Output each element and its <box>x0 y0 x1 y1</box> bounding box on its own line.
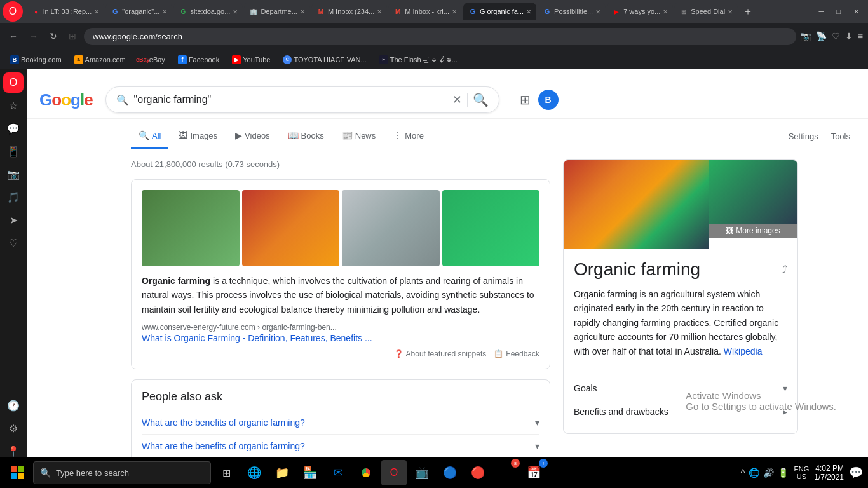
svg-rect-2 <box>11 473 17 479</box>
topic-benefits[interactable]: Benefits and drawbacks ▸ <box>574 400 787 423</box>
feedback-button[interactable]: 📋 Feedback <box>494 349 539 358</box>
favorites-icon[interactable]: ♡ <box>832 31 840 41</box>
bookmark-booking[interactable]: B Booking.com <box>5 54 67 65</box>
taskbar-search[interactable]: 🔍 Type here to search <box>33 461 211 484</box>
taskbar-app-10[interactable]: 🔴 <box>465 460 491 485</box>
tray-caret-icon[interactable]: ^ <box>741 468 745 478</box>
taskbar-zoom[interactable]: 🔵 <box>437 460 463 485</box>
search-nav: 🔍 All 🖼 Images ▶ Videos 📖 Books 📰 News ⋮ <box>27 119 868 149</box>
snippet-source-link[interactable]: What is Organic Farming - Definition, Fe… <box>142 333 372 343</box>
clear-search-icon[interactable]: ✕ <box>452 93 462 107</box>
tab-bar: O ● in LT: 03 :Rep... ✕ G "oraganic"... … <box>0 0 868 23</box>
language-indicator[interactable]: ENG US <box>794 465 809 480</box>
share-icon[interactable]: ⤴ <box>782 264 787 275</box>
new-tab-button[interactable]: ＋ <box>739 4 757 20</box>
tab-10[interactable]: ⊞ Speed Dial ✕ <box>674 3 738 20</box>
bookmark-toyota[interactable]: C TOYOTA HIACE VAN... <box>278 54 371 65</box>
sidebar-settings-icon[interactable]: ⚙ <box>3 418 24 438</box>
clock[interactable]: 4:02 PM 1/7/2021 <box>814 464 844 482</box>
tab-5[interactable]: M M Inbox (234... ✕ <box>311 3 387 20</box>
back-button[interactable]: ← <box>5 29 22 44</box>
snippet-image-3[interactable] <box>342 190 440 266</box>
menu-icon[interactable]: ≡ <box>858 31 863 41</box>
bookmark-amazon[interactable]: a Amazon.com <box>69 54 131 65</box>
taskbar-search-icon: 🔍 <box>40 468 51 478</box>
paa-item-2[interactable]: What are the benefits of organic farming… <box>142 435 539 458</box>
nav-more[interactable]: ⋮ More <box>386 124 431 149</box>
browser-window: O ● in LT: 03 :Rep... ✕ G "oraganic"... … <box>0 0 868 69</box>
search-submit-icon[interactable]: 🔍 <box>473 92 489 107</box>
tab-7-active[interactable]: G G organic fa... ✕ <box>463 3 536 20</box>
sidebar-whatsapp-icon[interactable]: 📱 <box>3 141 24 161</box>
sidebar-clock-icon[interactable]: 🕐 <box>3 395 24 416</box>
bookmark-facebook[interactable]: f Facebook <box>173 54 224 65</box>
search-input[interactable] <box>134 94 447 105</box>
sidebar-heart-icon[interactable]: ♡ <box>3 233 24 253</box>
settings-link[interactable]: Settings <box>783 125 824 147</box>
close-button[interactable]: ✕ <box>847 5 865 18</box>
sidebar-home-icon[interactable]: O <box>3 72 24 93</box>
volume-icon[interactable]: 🔊 <box>763 468 774 478</box>
snippet-image-2[interactable] <box>242 190 340 266</box>
google-apps-icon[interactable]: ⊞ <box>520 92 531 107</box>
about-snippets-button[interactable]: ❓ About featured snippets <box>394 349 487 358</box>
taskbar-task-view[interactable]: ⊞ <box>214 460 239 485</box>
bookmark-ebay[interactable]: eBay eBay <box>133 54 170 65</box>
tab-8[interactable]: G Possibilitie... ✕ <box>538 3 606 20</box>
tab-9[interactable]: ▶ 7 ways yo... ✕ <box>607 3 673 20</box>
sidebar-instagram-icon[interactable]: 📷 <box>3 164 24 184</box>
address-input[interactable] <box>84 28 796 45</box>
minimize-button[interactable]: ─ <box>813 5 831 18</box>
tools-link[interactable]: Tools <box>826 125 855 147</box>
snippet-image-1[interactable] <box>142 190 240 266</box>
nav-all[interactable]: 🔍 All <box>131 124 168 149</box>
download-icon[interactable]: ⬇ <box>845 31 853 41</box>
svg-rect-1 <box>18 466 24 472</box>
sidebar-star-icon[interactable]: ☆ <box>3 95 24 116</box>
user-avatar[interactable]: B <box>538 90 559 110</box>
nav-news[interactable]: 📰 News <box>334 124 384 149</box>
tab-6[interactable]: M M Inbox - kri... ✕ <box>388 3 462 20</box>
taskbar-gmail[interactable]: ✉ 8 <box>493 460 519 485</box>
sidebar-send-icon[interactable]: ➤ <box>3 210 24 230</box>
reload-button[interactable]: ↻ <box>46 29 61 44</box>
nav-images[interactable]: 🖼 Images <box>171 124 225 149</box>
taskbar-app-8[interactable]: 📺 <box>409 460 435 485</box>
paa-item-1[interactable]: What are the benefits of organic farming… <box>142 411 539 435</box>
taskbar-calendar[interactable]: 📅 ! <box>521 460 546 485</box>
cast-icon[interactable]: 📡 <box>816 31 827 41</box>
taskbar-file-explorer[interactable]: 📁 <box>269 460 295 485</box>
tab-3[interactable]: G site:doa.go... ✕ <box>173 3 243 20</box>
taskbar-opera[interactable]: O <box>381 460 407 485</box>
taskbar-mail[interactable]: ✉ <box>325 460 351 485</box>
google-logo[interactable]: Google <box>39 90 93 110</box>
taskbar-edge[interactable]: 🌐 <box>241 460 267 485</box>
taskbar-store[interactable]: 🏪 <box>297 460 323 485</box>
sidebar-messenger-icon[interactable]: 💬 <box>3 118 24 139</box>
camera-icon[interactable]: 📷 <box>800 31 811 41</box>
opera-icon[interactable]: O <box>3 1 23 22</box>
start-button[interactable] <box>5 460 31 485</box>
search-box[interactable]: 🔍 ✕ 🔍 <box>105 86 499 113</box>
nav-videos[interactable]: ▶ Videos <box>227 124 278 149</box>
battery-icon[interactable]: 🔋 <box>778 468 789 478</box>
tab-4[interactable]: 🏢 Departme... ✕ <box>244 3 309 20</box>
tab-2[interactable]: G "oraganic"... ✕ <box>105 3 172 20</box>
taskbar: 🔍 Type here to search ⊞ 🌐 📁 🏪 ✉ O 📺 🔵 <box>0 458 868 488</box>
sidebar-music-icon[interactable]: 🎵 <box>3 187 24 207</box>
network-icon[interactable]: 🌐 <box>749 468 759 478</box>
taskbar-chrome[interactable] <box>353 460 379 485</box>
maximize-button[interactable]: □ <box>830 5 847 18</box>
more-images-button[interactable]: 🖼 More images <box>709 224 797 238</box>
nav-books[interactable]: 📖 Books <box>280 124 332 149</box>
tab-1[interactable]: ● in LT: 03 :Rep... ✕ <box>27 3 104 20</box>
home-button[interactable]: ⊞ <box>65 29 80 44</box>
wikipedia-link[interactable]: Wikipedia <box>724 346 763 356</box>
notification-button[interactable]: 💬 <box>849 466 863 480</box>
topic-goals[interactable]: Goals ▾ <box>574 377 787 400</box>
bookmark-youtube[interactable]: ▶ YouTube <box>227 54 275 65</box>
snippet-image-4[interactable] <box>442 190 540 266</box>
bookmark-flash[interactable]: F The Flash – မြန်မာ... <box>374 54 463 65</box>
forward-button[interactable]: → <box>25 29 42 44</box>
taskbar-system-tray: ^ 🌐 🔊 🔋 ENG US 4:02 PM 1/7/2021 💬 <box>741 464 863 482</box>
